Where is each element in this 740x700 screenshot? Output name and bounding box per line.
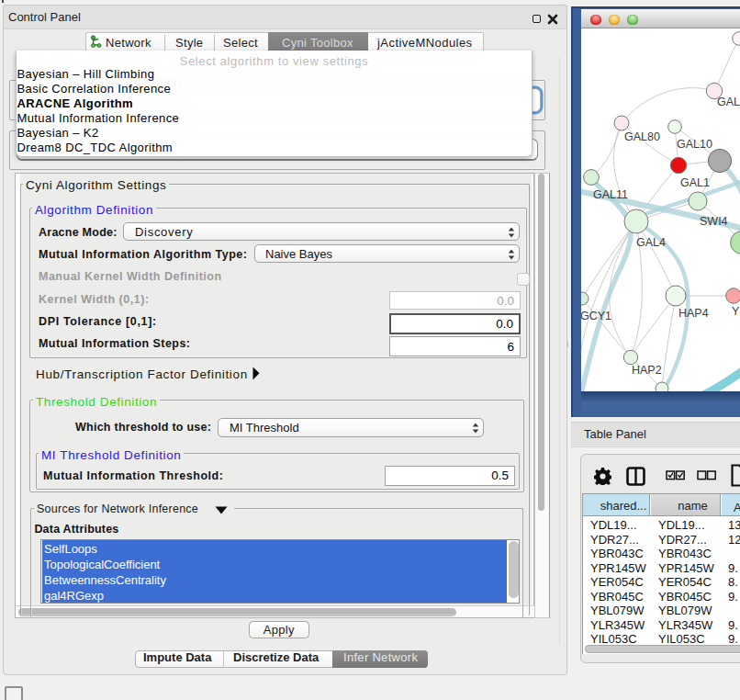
svg-text:GCY1: GCY1 <box>581 310 611 322</box>
svg-text:GAL80: GAL80 <box>624 130 660 143</box>
svg-text:HAP4: HAP4 <box>678 307 709 320</box>
svg-text:GAL11: GAL11 <box>593 188 628 201</box>
svg-text:GAL1: GAL1 <box>680 176 710 189</box>
svg-text:GAL4: GAL4 <box>636 236 666 249</box>
svg-text:GAL: GAL <box>717 96 740 108</box>
svg-text:SWI4: SWI4 <box>700 215 728 228</box>
svg-text:GAL10: GAL10 <box>677 138 712 151</box>
svg-text:Y: Y <box>732 305 740 318</box>
svg-text:HAP2: HAP2 <box>632 364 662 377</box>
